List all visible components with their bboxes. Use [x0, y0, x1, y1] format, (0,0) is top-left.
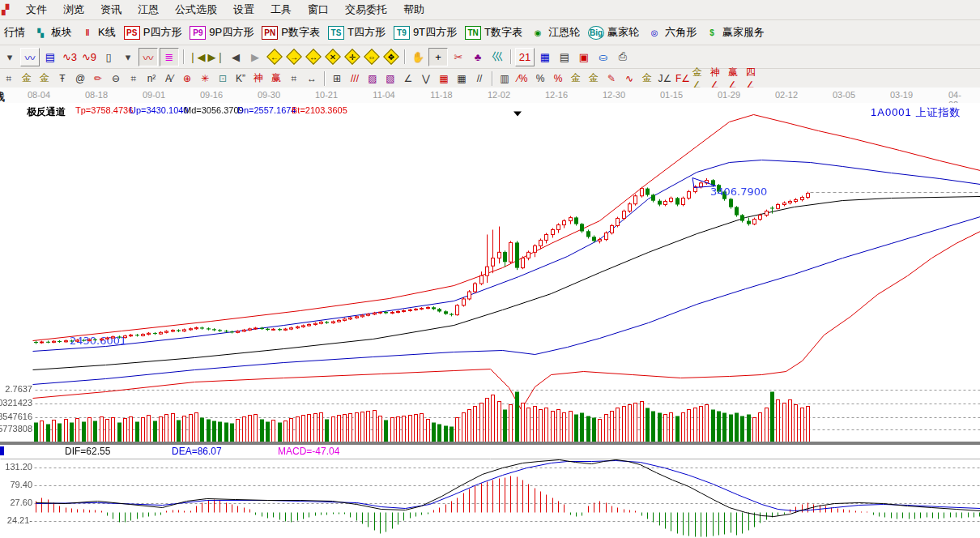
go-last-icon[interactable]: ▶❘	[207, 49, 225, 66]
pct-line-icon[interactable]: %	[550, 71, 566, 86]
menu-item-0[interactable]: 文件	[18, 2, 55, 17]
gold-angle0-icon[interactable]: 金	[639, 71, 655, 86]
mode-t-square[interactable]: TST四方形	[328, 25, 386, 40]
diamond-collapse-icon[interactable]: ✕	[324, 49, 342, 66]
wave-9-icon[interactable]: ∿9	[80, 49, 98, 66]
crosshair-icon[interactable]: +	[428, 48, 448, 66]
diamond-center-icon[interactable]: ✥	[382, 49, 400, 66]
network-icon[interactable]: ⛀	[594, 49, 612, 66]
menu-item-2[interactable]: 资讯	[92, 2, 130, 17]
fan-lines-icon[interactable]: ///	[347, 71, 363, 86]
zigzag-red-icon[interactable]: 〰	[138, 48, 158, 66]
mode-9t-square[interactable]: T99T四方形	[394, 25, 457, 40]
app-logo-icon: ▞	[2, 4, 15, 15]
grid-arrow-icon[interactable]: ▦	[454, 71, 470, 86]
win-tool-icon[interactable]: 赢	[268, 71, 284, 86]
spiral-icon[interactable]: @	[72, 71, 88, 86]
mode-sectors[interactable]: ▚板块	[33, 25, 72, 40]
comb-123-icon[interactable]: ⌗	[286, 71, 302, 86]
histogram-icon[interactable]: ≣	[160, 48, 179, 66]
diamond-left-icon[interactable]: ←	[266, 49, 283, 66]
a-line-icon[interactable]: A⁄	[161, 71, 177, 86]
diamond-right-icon[interactable]: →	[285, 49, 303, 66]
mode-gann-wheel[interactable]: ◉江恩轮	[530, 25, 580, 40]
step-forward-icon[interactable]: ▶	[246, 49, 264, 66]
compass-icon[interactable]: ⊕	[179, 71, 195, 86]
comb-icon[interactable]: ⌗	[126, 71, 142, 86]
mode-p-table[interactable]: PNP数字表	[262, 25, 320, 40]
notes-icon[interactable]: ▤	[41, 49, 59, 66]
price-chart-canvas[interactable]	[0, 103, 980, 538]
mode-quotes[interactable]: 行情	[4, 25, 25, 40]
trendline-blue-icon[interactable]: 〰	[20, 48, 40, 66]
width-arrow-icon[interactable]: ↔	[304, 71, 320, 86]
report-icon[interactable]: ▤	[556, 49, 573, 66]
mode-p-square[interactable]: PSP四方形	[124, 25, 182, 40]
diamond-expand-icon[interactable]: ✛	[343, 49, 361, 66]
scale-chart-icon[interactable]: ▥	[496, 71, 513, 86]
pan-hand-icon[interactable]: ✋	[409, 49, 427, 66]
menu-item-8[interactable]: 交易委托	[337, 2, 395, 17]
menu-item-4[interactable]: 公式选股	[167, 2, 225, 17]
mode-winner-wheel[interactable]: Big赢家轮	[588, 25, 639, 40]
shen-tool-icon[interactable]: 神	[250, 71, 266, 86]
k-quote-icon[interactable]: K”	[232, 71, 249, 86]
menu-item-6[interactable]: 工具	[262, 2, 300, 17]
menu-item-7[interactable]: 窗口	[300, 2, 337, 17]
win-angle-icon[interactable]: 赢∠	[728, 71, 744, 86]
parallel-lines-icon[interactable]: //	[471, 71, 488, 86]
calendar-icon[interactable]: 21	[515, 48, 535, 66]
menu-item-5[interactable]: 设置	[225, 2, 262, 17]
save-icon[interactable]: ▣	[575, 49, 593, 66]
macd-axis-label: 131.20	[0, 462, 32, 472]
go-first-icon[interactable]: ❘◀	[188, 49, 206, 66]
pattern-tool-icon[interactable]: 巛	[488, 49, 506, 66]
mode-hexagon[interactable]: ◎六角形	[647, 25, 697, 40]
shen-angle-icon[interactable]: 神∠	[710, 71, 726, 86]
gold-line-icon[interactable]: 金	[586, 71, 602, 86]
calculator-icon[interactable]: ▦	[536, 49, 554, 66]
menu-item-9[interactable]: 帮助	[395, 2, 432, 17]
mode-winner-service-icon: $	[705, 27, 719, 39]
boxed-star-icon[interactable]: ⊡	[215, 71, 231, 86]
circle-ruler-icon[interactable]: ⊖	[108, 71, 124, 86]
four-angle-icon[interactable]: 四∠	[746, 71, 762, 86]
gold-comb-2-icon[interactable]: 金	[36, 71, 53, 86]
diamond-hflip-icon[interactable]: ↔	[305, 49, 322, 66]
mode-winner-service[interactable]: $赢家服务	[705, 25, 765, 40]
wave-a-icon[interactable]: ∿	[621, 71, 637, 86]
pct-icon[interactable]: %	[532, 71, 548, 86]
gann-box-icon[interactable]: ⊞	[329, 71, 345, 86]
printer-icon[interactable]: ⎙	[614, 49, 632, 66]
v-wave-icon[interactable]: ⋁	[418, 71, 434, 86]
menu-item-3[interactable]: 江恩	[130, 2, 167, 17]
star-icon[interactable]: ✳	[197, 71, 213, 86]
angle-lines-icon[interactable]: ∠	[400, 71, 416, 86]
j-angle-icon[interactable]: J∠	[657, 71, 673, 86]
boxed-fan2-icon[interactable]: ▧	[382, 71, 398, 86]
f-angle-icon[interactable]: F∠	[675, 71, 691, 86]
diamond-fit-icon[interactable]: ⇔	[363, 49, 381, 66]
step-back-icon[interactable]: ◀	[227, 49, 245, 66]
ruler-comb-icon[interactable]: ⌗	[1, 71, 17, 86]
pencil-icon[interactable]: ✏	[90, 71, 106, 86]
candle-tool-icon[interactable]: ▯	[100, 49, 117, 66]
mode-9p-square[interactable]: P99P四方形	[190, 25, 254, 40]
seven-pct-icon[interactable]: ⁄%	[514, 71, 530, 86]
menu-item-1[interactable]: 浏览	[55, 2, 92, 17]
gold-angle-icon[interactable]: 金∠	[692, 71, 709, 86]
measure-icon[interactable]: ✂	[450, 49, 467, 66]
gann-tool-icon[interactable]: ♣	[469, 49, 487, 66]
mode-t-table[interactable]: TNT数字表	[465, 25, 522, 40]
boxed-fan-icon[interactable]: ▨	[364, 71, 381, 86]
gold-comb-1-icon[interactable]: 金	[19, 71, 35, 86]
candle-caret-icon[interactable]: ▾	[119, 49, 137, 66]
gold-circle-icon[interactable]: 金	[568, 71, 584, 86]
f-ruler-icon[interactable]: Ŧ	[54, 71, 70, 86]
mode-kline[interactable]: ‖K线	[80, 25, 116, 40]
wave-3-icon[interactable]: ∿3	[61, 49, 79, 66]
n2-icon[interactable]: n²	[143, 71, 160, 86]
red-grid-icon[interactable]: ▦	[436, 71, 452, 86]
brush-icon[interactable]: ✎	[603, 71, 620, 86]
dropdown-caret-icon[interactable]: ▾	[1, 49, 19, 66]
